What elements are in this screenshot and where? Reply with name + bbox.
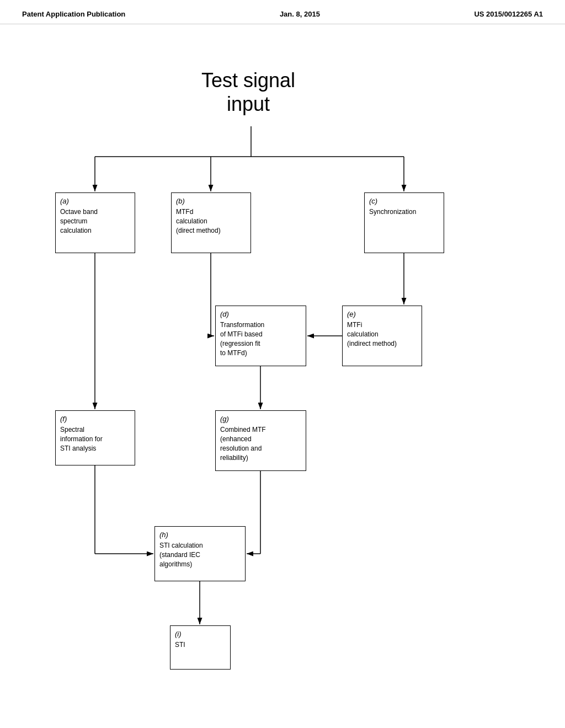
title-node: Test signal input — [193, 68, 303, 116]
header-left: Patent Application Publication — [22, 10, 125, 18]
title-line2: input — [227, 93, 270, 115]
box-g: (g) Combined MTF(enhancedresolution andr… — [215, 410, 306, 471]
box-h-label: (h) — [159, 530, 168, 540]
box-h-text: STI calculation(standard IECalgorithms) — [159, 541, 203, 569]
box-b-label: (b) — [176, 196, 185, 206]
box-c: (c) Synchronization — [364, 192, 444, 253]
box-h: (h) STI calculation(standard IECalgorith… — [154, 526, 246, 581]
box-f-text: Spectralinformation forSTI analysis — [60, 425, 103, 453]
box-i-text: STI — [175, 640, 185, 650]
diagram-area: Test signal input (a) Octave bandspectru… — [0, 24, 565, 725]
page-header: Patent Application Publication Jan. 8, 2… — [0, 0, 565, 24]
box-b: (b) MTFdcalculation(direct method) — [171, 192, 251, 253]
box-a-label: (a) — [60, 196, 69, 206]
header-right: US 2015/0012265 A1 — [474, 10, 543, 18]
box-g-label: (g) — [220, 414, 229, 424]
box-d-text: Transformationof MTFi based(regression f… — [220, 320, 264, 357]
box-f-label: (f) — [60, 414, 67, 424]
box-g-text: Combined MTF(enhancedresolution andrelia… — [220, 425, 266, 462]
box-e: (e) MTFicalculation(indirect method) — [342, 306, 422, 366]
box-c-text: Synchronization — [369, 207, 416, 217]
box-f: (f) Spectralinformation forSTI analysis — [55, 410, 135, 465]
box-c-label: (c) — [369, 196, 377, 206]
box-e-text: MTFicalculation(indirect method) — [347, 320, 397, 348]
box-a: (a) Octave bandspectrumcalculation — [55, 192, 135, 253]
box-a-text: Octave bandspectrumcalculation — [60, 207, 98, 235]
box-i: (i) STI — [170, 625, 231, 670]
header-center: Jan. 8, 2015 — [280, 10, 320, 18]
box-d-label: (d) — [220, 309, 229, 319]
title-line1: Test signal — [201, 69, 295, 92]
box-b-text: MTFdcalculation(direct method) — [176, 207, 221, 235]
arrows-svg — [0, 24, 565, 725]
box-i-label: (i) — [175, 629, 182, 639]
box-d: (d) Transformationof MTFi based(regressi… — [215, 306, 306, 366]
box-e-label: (e) — [347, 309, 356, 319]
